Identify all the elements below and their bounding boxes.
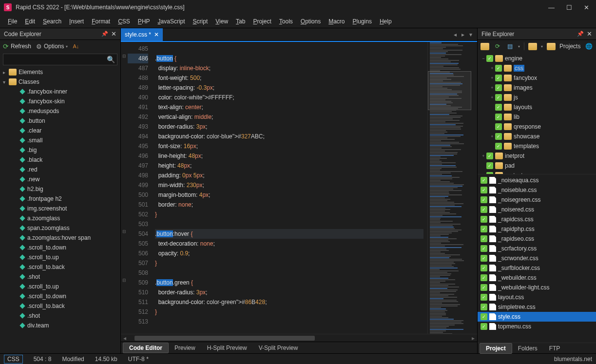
home-icon[interactable] <box>481 42 489 50</box>
folder-images[interactable]: +✓images <box>478 83 596 93</box>
folder-fancybox[interactable]: +✓fancybox <box>478 73 596 83</box>
class-item[interactable]: .scroll_to.down <box>0 243 120 252</box>
tab-next-icon[interactable]: ▸ <box>461 31 464 38</box>
fe-tab-ftp[interactable]: FTP <box>543 344 566 353</box>
projects-icon[interactable] <box>547 42 556 50</box>
class-item[interactable]: .scroll_to.up <box>0 252 120 262</box>
folder-protector[interactable]: +✓protector <box>478 171 596 174</box>
class-item[interactable]: img.screenshot <box>0 204 120 213</box>
file-item[interactable]: ✓_surfblocker.css <box>478 263 596 273</box>
status-language[interactable]: CSS <box>4 355 23 364</box>
globe-icon[interactable]: 🌐 <box>584 42 593 50</box>
class-item[interactable]: .big <box>0 145 120 155</box>
class-item[interactable]: .scroll_to.down <box>0 291 120 301</box>
menu-options[interactable]: Options <box>301 18 321 25</box>
file-item[interactable]: ✓layout.css <box>478 292 596 302</box>
menu-plugins[interactable]: Plugins <box>353 18 372 25</box>
menu-tools[interactable]: Tools <box>279 18 293 25</box>
file-item[interactable]: ✓_noisered.css <box>478 205 596 214</box>
folder-templates[interactable]: ✓templates <box>478 141 596 151</box>
close-icon[interactable]: ✕ <box>587 30 592 38</box>
folder-inetprot[interactable]: +✓inetprot <box>478 151 596 161</box>
search-icon[interactable]: 🔍 <box>107 56 115 63</box>
tree-root-elements[interactable]: ▸Elements <box>0 67 120 77</box>
search-input[interactable]: 🔍 <box>3 54 117 65</box>
class-item[interactable]: .meduspods <box>0 106 120 116</box>
file-item[interactable]: ✓simpletree.css <box>478 302 596 312</box>
class-item[interactable]: .fancybox-inner <box>0 87 120 96</box>
class-item[interactable]: span.zoomglass <box>0 223 120 233</box>
class-item[interactable]: .small <box>0 135 120 145</box>
folder-engine[interactable]: −✓engine <box>478 54 596 63</box>
close-button[interactable]: ✕ <box>584 4 589 11</box>
class-item[interactable]: h2.big <box>0 184 120 194</box>
open-folder-icon[interactable] <box>528 42 537 50</box>
tab-prev-icon[interactable]: ◂ <box>454 31 457 38</box>
minimize-button[interactable]: — <box>548 4 555 11</box>
file-item[interactable]: ✓_rapidseo.css <box>478 234 596 244</box>
menu-view[interactable]: View <box>215 18 228 25</box>
folder-tree[interactable]: −✓engine+✓css+✓fancybox+✓images+✓js✓layo… <box>478 53 596 174</box>
class-item[interactable]: .frontpage h2 <box>0 194 120 204</box>
class-item[interactable]: .black <box>0 155 120 165</box>
class-item[interactable]: .scroll_to.back <box>0 262 120 272</box>
file-item[interactable]: ✓_webuilder-light.css <box>478 283 596 292</box>
class-item[interactable]: .scroll_to.up <box>0 282 120 291</box>
file-list[interactable]: ✓_noiseaqua.css✓_noiseblue.css✓_noisegre… <box>478 174 596 343</box>
class-item[interactable]: .new <box>0 174 120 184</box>
refresh-folder-icon[interactable]: ⟳ <box>493 42 502 50</box>
minimap-viewport[interactable] <box>428 71 471 110</box>
file-item[interactable]: ✓_rapidcss.css <box>478 214 596 224</box>
tab-close-icon[interactable]: ✕ <box>154 31 159 38</box>
class-item[interactable]: a.zoomglass:hover span <box>0 233 120 243</box>
tab-menu-icon[interactable]: ▾ <box>469 31 472 38</box>
minimap[interactable] <box>427 42 471 334</box>
horizontal-scrollbar[interactable]: ◂ ▸ <box>121 334 477 342</box>
fe-tab-project[interactable]: Project <box>480 343 512 354</box>
vertical-scrollbar[interactable] <box>471 42 477 334</box>
view-tab-v-split-preview[interactable]: V-Split Preview <box>253 343 304 353</box>
folder-showcase[interactable]: +✓showcase <box>478 132 596 141</box>
file-item[interactable]: ✓_noiseaqua.css <box>478 175 596 185</box>
close-icon[interactable]: ✕ <box>111 30 116 38</box>
menu-help[interactable]: Help <box>380 18 392 25</box>
menu-edit[interactable]: Edit <box>25 18 35 25</box>
refresh-button[interactable]: ⟳Refresh <box>3 42 31 50</box>
folder-layouts[interactable]: ✓layouts <box>478 102 596 112</box>
class-item[interactable]: .fancybox-skin <box>0 96 120 106</box>
file-item[interactable]: ✓_rapidphp.css <box>478 224 596 234</box>
code-explorer-tree[interactable]: ▸Elements▾Classes.fancybox-inner.fancybo… <box>0 66 120 353</box>
view-tab-code-editor[interactable]: Code Editor <box>123 343 169 353</box>
fe-tab-folders[interactable]: Folders <box>512 344 543 353</box>
class-item[interactable]: .red <box>0 165 120 174</box>
pin-icon[interactable]: 📌 <box>577 31 584 37</box>
maximize-button[interactable]: ☐ <box>566 4 572 11</box>
file-item[interactable]: ✓style.css <box>478 312 596 322</box>
page-icon[interactable]: ▤ <box>506 42 515 50</box>
class-item[interactable]: .shot <box>0 311 120 321</box>
class-item[interactable]: div.team <box>0 321 120 330</box>
projects-button[interactable]: Projects <box>559 43 580 50</box>
file-item[interactable]: ✓topmenu.css <box>478 322 596 331</box>
folder-qresponse[interactable]: ✓qresponse <box>478 122 596 132</box>
class-item[interactable]: a.zoomglass <box>0 213 120 223</box>
pin-icon[interactable]: 📌 <box>101 31 108 37</box>
menu-search[interactable]: Search <box>43 18 61 25</box>
scroll-thumb[interactable] <box>135 336 315 341</box>
class-item[interactable]: .clear <box>0 126 120 135</box>
folder-js[interactable]: +✓js <box>478 93 596 102</box>
folder-lib[interactable]: ✓lib <box>478 112 596 122</box>
class-item[interactable]: .scroll_to.back <box>0 301 120 311</box>
file-item[interactable]: ✓_noiseblue.css <box>478 185 596 195</box>
menu-insert[interactable]: Insert <box>69 18 84 25</box>
menu-script[interactable]: Script <box>193 18 208 25</box>
menu-css[interactable]: CSS <box>118 18 130 25</box>
status-encoding[interactable]: UTF-8 * <box>128 356 149 363</box>
menu-project[interactable]: Project <box>253 18 271 25</box>
menu-file[interactable]: File <box>8 18 17 25</box>
file-item[interactable]: ✓_scrfactory.css <box>478 244 596 253</box>
file-item[interactable]: ✓_webuilder.css <box>478 273 596 283</box>
code-area[interactable]: .button { display: inline-block; font-we… <box>151 42 427 334</box>
view-tab-preview[interactable]: Preview <box>169 343 201 353</box>
folder-pad[interactable]: ✓pad <box>478 161 596 171</box>
